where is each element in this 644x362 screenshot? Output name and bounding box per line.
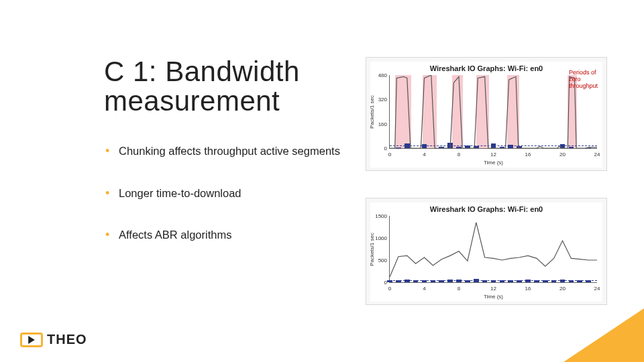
y-tick: 480 bbox=[372, 72, 387, 78]
x-tick: 16 bbox=[525, 152, 531, 158]
y-tick: 160 bbox=[372, 121, 387, 127]
charts-column: Wireshark IO Graphs: Wi-Fi: en0 Packets/… bbox=[366, 57, 607, 332]
y-tick: 1500 bbox=[372, 213, 387, 219]
chart-plot-area: Packets/1 sec Time (s) 05001000150004812… bbox=[389, 216, 597, 283]
chart-plot-area: Packets/1 sec Time (s) 01603204800481216… bbox=[389, 75, 597, 149]
x-tick: 24 bbox=[594, 286, 600, 292]
chart-title: Wireshark IO Graphs: Wi-Fi: en0 bbox=[370, 62, 602, 74]
y-tick: 0 bbox=[372, 145, 387, 152]
svg-marker-0 bbox=[28, 336, 35, 344]
brand-name: THEO bbox=[47, 332, 87, 347]
chart-annotation: Periods of zero throughput bbox=[569, 70, 608, 90]
x-tick: 4 bbox=[423, 152, 425, 158]
x-tick: 12 bbox=[490, 286, 496, 292]
corner-accent bbox=[564, 308, 644, 362]
y-tick: 1000 bbox=[372, 235, 387, 241]
x-tick: 0 bbox=[388, 286, 391, 292]
slide: C 1: Bandwidth measurement Chunking affe… bbox=[0, 0, 644, 362]
y-tick: 500 bbox=[372, 257, 387, 263]
x-tick: 12 bbox=[490, 152, 496, 158]
y-tick: 0 bbox=[372, 280, 387, 286]
x-tick: 0 bbox=[388, 152, 391, 158]
x-tick: 20 bbox=[559, 152, 566, 158]
x-axis-label: Time (s) bbox=[484, 294, 503, 300]
chart-top: Wireshark IO Graphs: Wi-Fi: en0 Packets/… bbox=[366, 57, 607, 171]
x-tick: 24 bbox=[594, 152, 600, 158]
play-icon bbox=[20, 333, 43, 347]
x-tick: 8 bbox=[458, 152, 460, 158]
chart-bottom: Wireshark IO Graphs: Wi-Fi: en0 Packets/… bbox=[366, 198, 607, 305]
x-tick: 16 bbox=[525, 286, 531, 292]
x-tick: 20 bbox=[559, 286, 566, 292]
bullet-item: Longer time-to-download bbox=[104, 186, 359, 200]
x-tick: 4 bbox=[423, 286, 425, 292]
bullet-item: Chunking affects throughput active segme… bbox=[104, 144, 359, 158]
chart-title: Wireshark IO Graphs: Wi-Fi: en0 bbox=[370, 202, 602, 215]
brand-logo: THEO bbox=[20, 332, 87, 347]
x-axis-label: Time (s) bbox=[484, 160, 503, 166]
bullet-list: Chunking affects throughput active segme… bbox=[104, 144, 359, 242]
text-column: C 1: Bandwidth measurement Chunking affe… bbox=[104, 57, 359, 270]
slide-title: C 1: Bandwidth measurement bbox=[104, 57, 359, 116]
x-tick: 8 bbox=[458, 286, 460, 292]
bullet-item: Affects ABR algorithms bbox=[104, 228, 359, 242]
y-tick: 320 bbox=[372, 97, 387, 103]
